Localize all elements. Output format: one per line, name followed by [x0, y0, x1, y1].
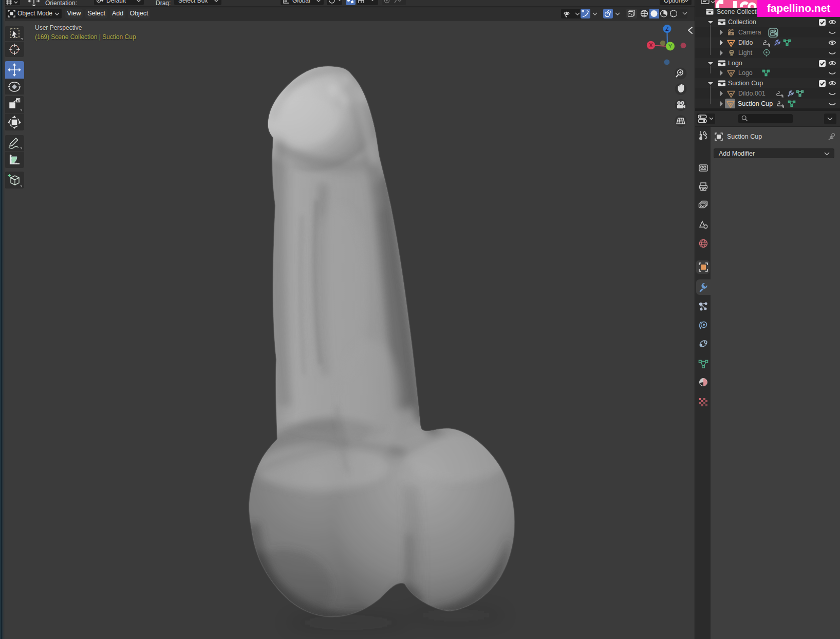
svg-text:Z: Z	[665, 26, 669, 32]
svg-text:X: X	[649, 42, 652, 48]
svg-text:Y: Y	[668, 43, 672, 49]
